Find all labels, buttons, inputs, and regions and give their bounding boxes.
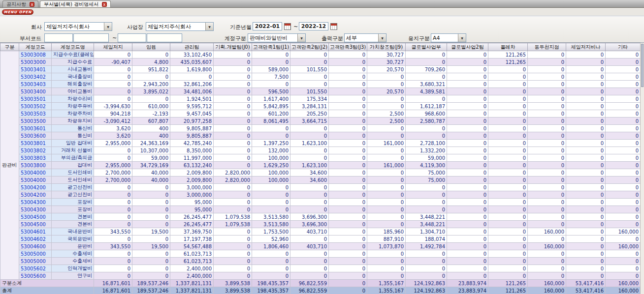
calendar-icon[interactable] bbox=[330, 23, 337, 30]
account-code[interactable]: 53005000 bbox=[19, 258, 52, 265]
account-code[interactable]: 53005602 bbox=[19, 265, 52, 272]
amount-cell: 124,192,863 bbox=[406, 280, 447, 287]
account-code[interactable]: 53003000 bbox=[19, 59, 52, 66]
amount-cell: 9,805,887 bbox=[170, 125, 214, 132]
table-row[interactable]: 53003402국내출장비00007,500000000000 bbox=[0, 73, 641, 81]
table-row[interactable]: 53003501차량수리비001,924,50101,617,400175,33… bbox=[0, 95, 641, 103]
account-code[interactable]: 53003601 bbox=[19, 125, 52, 132]
calendar-icon[interactable] bbox=[284, 23, 291, 30]
table-row[interactable]: 53003403해외출장비02,943,20032,861,206000003,… bbox=[0, 81, 641, 88]
account-code[interactable]: 53003500 bbox=[19, 118, 52, 125]
dept-code-to-input[interactable] bbox=[118, 33, 146, 42]
group-subtotal-row[interactable]: 구분소계16,871,601189,537,2461,337,821,1313,… bbox=[0, 280, 641, 287]
account-code[interactable]: 53004602 bbox=[19, 235, 52, 243]
table-row[interactable]: 53004300포장비0095,00000000000000 bbox=[0, 199, 641, 206]
account-code[interactable]: 53004000 bbox=[19, 176, 52, 184]
amount-cell: 0 bbox=[488, 132, 528, 140]
amount-cell: 0 bbox=[528, 147, 566, 154]
amount-cell: 0 bbox=[132, 73, 170, 81]
table-row[interactable]: 53004500견본비0026,245,4771,079,5383,513,58… bbox=[0, 213, 641, 221]
tab-close-icon[interactable]: x bbox=[102, 2, 107, 7]
scrollbar-thumb[interactable] bbox=[641, 44, 644, 87]
tab-close-icon[interactable]: x bbox=[30, 2, 34, 7]
table-row[interactable]: 53004300포장비0095,00000000000000 bbox=[0, 206, 641, 213]
account-code[interactable]: 53003801 bbox=[19, 140, 52, 147]
account-code[interactable]: 53004500 bbox=[19, 213, 52, 221]
account-code[interactable]: 53004000 bbox=[19, 169, 52, 176]
table-row[interactable]: 53005602인력개발비002,400,00000000000000 bbox=[0, 265, 641, 272]
amount-cell: 0 bbox=[214, 81, 252, 88]
amount-cell: 0 bbox=[566, 221, 606, 228]
table-row[interactable]: 53003600통신비3,6204009,805,88700000000000 bbox=[0, 132, 641, 140]
account-code[interactable]: 53003008 bbox=[19, 51, 52, 59]
account-code[interactable]: 53004500 bbox=[19, 221, 52, 228]
table-row[interactable]: 53004200광고선전비003,000,00000000000000 bbox=[0, 191, 641, 199]
account-code[interactable]: 53003501 bbox=[19, 95, 52, 103]
table-row[interactable]: 53003801일반 접대비2,955,00024,363,16942,785,… bbox=[0, 140, 641, 147]
account-code[interactable]: 53004300 bbox=[19, 206, 52, 213]
account-code[interactable]: 53003402 bbox=[19, 73, 52, 81]
account-code[interactable]: 53003600 bbox=[19, 132, 52, 140]
table-row[interactable]: 판관비53003008지급수수료(클레임)0033,102,450000030,… bbox=[0, 51, 641, 59]
menu-open-button[interactable]: MENU OPEN bbox=[2, 9, 33, 15]
dept-code-from-input[interactable] bbox=[44, 33, 73, 42]
period-to-input[interactable]: 2022-12 bbox=[299, 22, 328, 30]
amount-cell: 75,000 bbox=[406, 169, 447, 176]
account-code[interactable]: 53003400 bbox=[19, 88, 52, 95]
paper-type-select[interactable]: A4 ▼ bbox=[431, 33, 466, 42]
account-code[interactable]: 53003403 bbox=[19, 81, 52, 88]
table-row[interactable]: 53004000도서인쇄비2,700,00040,0002,009,8002,8… bbox=[0, 169, 641, 176]
amount-cell: 0 bbox=[290, 206, 329, 213]
account-type-select[interactable]: 판매비와일반비 ▼ bbox=[248, 33, 306, 42]
tab-notice[interactable]: 공지사항 x bbox=[2, 0, 38, 7]
table-row[interactable]: 53003601통신비3,6204009,805,88700000000000 bbox=[0, 125, 641, 132]
table-row[interactable]: 53003800접대비2,955,00034,729,16963,132,240… bbox=[0, 162, 641, 169]
table-row[interactable]: 53003401시내교통비0951,8221,619,8000589,00010… bbox=[0, 66, 641, 73]
table-row[interactable]: 53003503차량주차비904,218-2,1939,457,0450601,… bbox=[0, 110, 641, 118]
table-row[interactable]: 53004601국내운반비343,55019,50037,369,75001,7… bbox=[0, 228, 641, 235]
amount-cell: 0 bbox=[132, 199, 170, 206]
tab-expense-report[interactable]: 부서별(세목) 경비명세서 x bbox=[40, 0, 111, 7]
table-row[interactable]: 53003000지급수수료-90,4074,800435,035,6070000… bbox=[0, 59, 641, 66]
account-code[interactable]: 53003800 bbox=[19, 162, 52, 169]
dept-name-to-input[interactable] bbox=[147, 33, 182, 42]
table-row[interactable]: 53005000수출제비0061,023,71300000000000 bbox=[0, 250, 641, 258]
table-row[interactable]: 53004602국외운반비0017,197,738052,96000887,91… bbox=[0, 235, 641, 243]
account-code[interactable]: 53003503 bbox=[19, 110, 52, 118]
table-row[interactable]: 53004000도서인쇄비2,700,00040,0002,009,8002,8… bbox=[0, 176, 641, 184]
table-row[interactable]: 53003802거래처 선물비010,307,0008,350,0000132,… bbox=[0, 147, 641, 154]
table-row[interactable]: 53004500견본비0026,245,4771,079,5383,513,58… bbox=[0, 221, 641, 228]
table-row[interactable]: 53005600연구비002,400,00000000000000 bbox=[0, 272, 641, 280]
account-code[interactable]: 53003502 bbox=[19, 103, 52, 110]
company-select[interactable]: 제일저지주식회사 ▼ bbox=[44, 22, 112, 31]
table-row[interactable]: 53004200광고선전비003,000,00000000000000 bbox=[0, 184, 641, 191]
account-code[interactable]: 53004601 bbox=[19, 228, 52, 235]
account-code[interactable]: 53003803 bbox=[19, 154, 52, 162]
account-code[interactable]: 53003401 bbox=[19, 66, 52, 73]
amount-cell: 0 bbox=[488, 228, 528, 235]
table-row[interactable]: 53003803부의금/축의금059,00011,997,0000100,000… bbox=[0, 154, 641, 162]
account-code[interactable]: 53004200 bbox=[19, 191, 52, 199]
amount-cell: 0 bbox=[290, 272, 329, 280]
table-row[interactable]: 53003400여비교통비03,895,02234,481,0060596,50… bbox=[0, 88, 641, 95]
table-row[interactable]: 53003502차량주유비-3,994,630610,0009,595,7120… bbox=[0, 103, 641, 110]
account-code[interactable]: 53003802 bbox=[19, 147, 52, 154]
output-type-select[interactable]: 세부 ▼ bbox=[344, 33, 386, 42]
dept-name-from-input[interactable] bbox=[73, 33, 109, 42]
grand-total-row[interactable]: 총계16,871,601189,537,2461,337,821,1313,89… bbox=[0, 287, 641, 294]
amount-cell: 0 bbox=[406, 51, 447, 59]
workplace-select[interactable]: 제일저지주식회사 ▼ bbox=[146, 22, 214, 31]
account-code[interactable]: 53004300 bbox=[19, 199, 52, 206]
amount-cell: 0 bbox=[528, 125, 566, 132]
account-code[interactable]: 53005000 bbox=[19, 250, 52, 258]
vertical-scrollbar[interactable] bbox=[640, 43, 644, 294]
amount-cell: 0 bbox=[528, 169, 566, 176]
account-code[interactable]: 53005600 bbox=[19, 272, 52, 280]
table-row[interactable]: 53004600운반비343,55019,50054,567,48801,806… bbox=[0, 243, 641, 250]
account-code[interactable]: 53004200 bbox=[19, 184, 52, 191]
period-from-input[interactable]: 2022-01 bbox=[253, 22, 282, 30]
account-code[interactable]: 53004600 bbox=[19, 243, 52, 250]
table-row[interactable]: 53005000수출제비0061,023,71300000000000 bbox=[0, 258, 641, 265]
table-row[interactable]: 53003500차량유지비-3,090,412607,80720,977,258… bbox=[0, 118, 641, 125]
amount-cell: 0 bbox=[528, 73, 566, 81]
